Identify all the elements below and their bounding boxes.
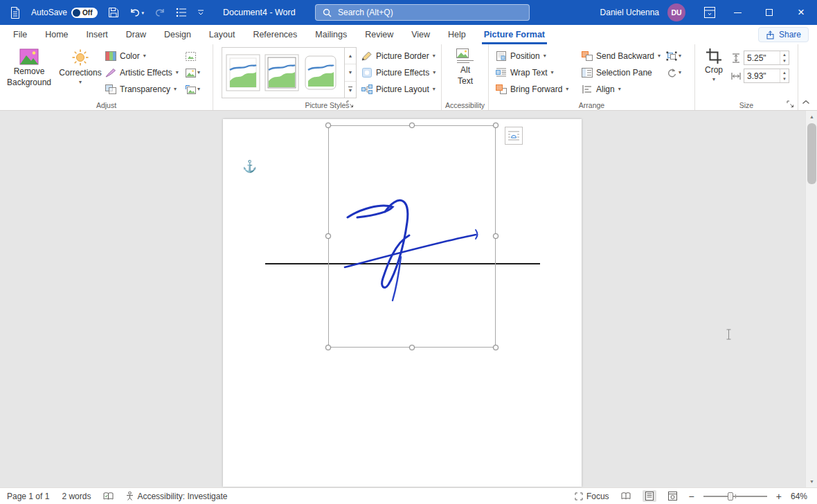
- signature-picture[interactable]: [328, 125, 496, 348]
- word-count[interactable]: 2 words: [62, 492, 91, 501]
- minimize-button[interactable]: [721, 0, 753, 25]
- zoom-level[interactable]: 64%: [791, 492, 807, 501]
- picture-styles-gallery[interactable]: [222, 47, 345, 98]
- artistic-effects-button[interactable]: Artistic Effects ▾: [105, 65, 179, 80]
- customize-quick-access-toolbar-icon[interactable]: [197, 0, 204, 25]
- height-spin-up-icon[interactable]: ▲: [780, 51, 789, 58]
- selection-handle-bottom-left[interactable]: [325, 345, 331, 350]
- maximize-button[interactable]: [753, 0, 785, 25]
- picture-effects-button[interactable]: Picture Effects ▾: [361, 65, 436, 80]
- read-mode-button[interactable]: [618, 491, 634, 501]
- tab-home[interactable]: Home: [36, 25, 77, 44]
- accessibility-group-label: Accessibility: [442, 101, 488, 109]
- print-layout-button[interactable]: [643, 490, 656, 502]
- collapse-ribbon-button[interactable]: [802, 100, 810, 105]
- compress-pictures-icon: [186, 52, 196, 61]
- tab-design[interactable]: Design: [155, 25, 200, 44]
- color-button[interactable]: Color ▾: [105, 48, 146, 64]
- width-spin-up-icon[interactable]: ▲: [780, 69, 789, 76]
- shape-height-spinner[interactable]: ▲▼: [780, 51, 789, 64]
- zoom-out-button[interactable]: −: [689, 491, 694, 502]
- change-picture-button[interactable]: ▾: [186, 66, 200, 80]
- transparency-button[interactable]: Transparency ▾: [105, 82, 177, 97]
- gallery-more-button[interactable]: ▼: [345, 82, 356, 98]
- vertical-scrollbar[interactable]: ▲ ▼: [805, 111, 817, 487]
- avatar[interactable]: DU: [667, 3, 685, 21]
- share-button[interactable]: Share: [758, 27, 809, 42]
- corrections-button[interactable]: Corrections ▾: [58, 46, 102, 85]
- proofing-icon[interactable]: [103, 492, 114, 501]
- shape-width-spinner[interactable]: ▲▼: [780, 69, 789, 82]
- ribbon-group-picture-styles: ▲ ▼ ▼ Picture Border ▾ Picture Effects ▾: [213, 44, 442, 110]
- picture-border-button[interactable]: Picture Border ▾: [361, 48, 436, 64]
- ribbon-display-options-icon[interactable]: [698, 0, 721, 25]
- picture-layout-button[interactable]: Picture Layout ▾: [361, 82, 436, 97]
- redo-button[interactable]: [154, 0, 165, 25]
- selection-handle-top-left[interactable]: [325, 123, 331, 128]
- web-layout-button[interactable]: [665, 490, 680, 502]
- tab-references[interactable]: References: [244, 25, 306, 44]
- scrollbar-thumb[interactable]: [807, 123, 816, 184]
- scroll-up-button[interactable]: ▲: [806, 111, 817, 123]
- zoom-in-button[interactable]: +: [776, 491, 782, 502]
- gallery-scroll-up-button[interactable]: ▲: [345, 48, 356, 64]
- group-objects-button[interactable]: ▾: [666, 49, 681, 63]
- focus-mode-button[interactable]: Focus: [575, 492, 609, 501]
- save-icon[interactable]: [108, 0, 119, 25]
- shape-height-input[interactable]: [744, 53, 780, 63]
- reset-picture-button[interactable]: ▾: [186, 82, 200, 96]
- document-area[interactable]: ⚓: [0, 111, 817, 487]
- shape-height-field[interactable]: ▲▼: [744, 51, 789, 65]
- tab-file[interactable]: File: [4, 25, 36, 44]
- zoom-slider[interactable]: [703, 496, 767, 497]
- undo-button[interactable]: ▾: [129, 0, 145, 25]
- height-spin-down-icon[interactable]: ▼: [780, 58, 789, 65]
- selection-handle-bottom-right[interactable]: [493, 345, 499, 350]
- remove-background-button[interactable]: Remove Background: [4, 46, 54, 87]
- tab-view[interactable]: View: [402, 25, 439, 44]
- user-name[interactable]: Daniel Uchenna: [600, 8, 659, 17]
- tab-draw[interactable]: Draw: [117, 25, 155, 44]
- wrap-text-button[interactable]: Wrap Text ▾: [496, 65, 554, 80]
- send-backward-dropdown-chevron-icon: ▾: [658, 53, 661, 59]
- picture-style-thumbnail-1[interactable]: [226, 52, 260, 93]
- layout-options-button[interactable]: [505, 127, 523, 145]
- send-backward-button[interactable]: Send Backward ▾: [582, 48, 661, 64]
- search-box[interactable]: Search (Alt+Q): [315, 4, 530, 21]
- tab-mailings[interactable]: Mailings: [306, 25, 356, 44]
- autosave-toggle[interactable]: AutoSave Off: [31, 8, 98, 18]
- selection-handle-top-right[interactable]: [493, 123, 499, 128]
- quick-access-list-icon[interactable]: [176, 0, 187, 25]
- group-objects-icon: [666, 51, 677, 61]
- shape-width-input[interactable]: [744, 71, 780, 81]
- zoom-slider-thumb[interactable]: [728, 492, 733, 501]
- gallery-scroll-down-button[interactable]: ▼: [345, 64, 356, 81]
- tab-insert[interactable]: Insert: [78, 25, 117, 44]
- tab-picture-format[interactable]: Picture Format: [475, 25, 554, 44]
- selection-handle-bottom-center[interactable]: [409, 345, 415, 350]
- undo-dropdown-chevron-icon[interactable]: ▾: [142, 10, 145, 15]
- selection-handle-top-center[interactable]: [409, 123, 415, 128]
- accessibility-status[interactable]: Accessibility: Investigate: [126, 492, 227, 501]
- close-button[interactable]: ×: [785, 0, 817, 25]
- alt-text-button[interactable]: Alt Text: [447, 46, 483, 86]
- compress-pictures-button[interactable]: [186, 49, 196, 63]
- selection-pane-button[interactable]: Selection Pane: [582, 65, 652, 80]
- align-button[interactable]: Align ▾: [582, 82, 621, 97]
- shape-width-field[interactable]: ▲▼: [744, 69, 789, 83]
- crop-button[interactable]: Crop ▾: [699, 46, 728, 82]
- selection-handle-middle-right[interactable]: [493, 233, 499, 239]
- picture-style-thumbnail-2[interactable]: [264, 52, 299, 93]
- tab-review[interactable]: Review: [356, 25, 402, 44]
- scroll-down-button[interactable]: ▼: [806, 476, 817, 487]
- selection-handle-middle-left[interactable]: [325, 233, 331, 239]
- tab-help[interactable]: Help: [439, 25, 475, 44]
- page-indicator[interactable]: Page 1 of 1: [7, 492, 49, 501]
- tab-layout[interactable]: Layout: [200, 25, 244, 44]
- position-button[interactable]: Position ▾: [496, 48, 546, 64]
- picture-style-thumbnail-3[interactable]: [303, 52, 338, 93]
- width-spin-down-icon[interactable]: ▼: [780, 76, 789, 83]
- autosave-switch[interactable]: Off: [71, 8, 97, 18]
- bring-forward-button[interactable]: Bring Forward ▾: [496, 82, 568, 97]
- rotate-objects-button[interactable]: ▾: [666, 66, 681, 80]
